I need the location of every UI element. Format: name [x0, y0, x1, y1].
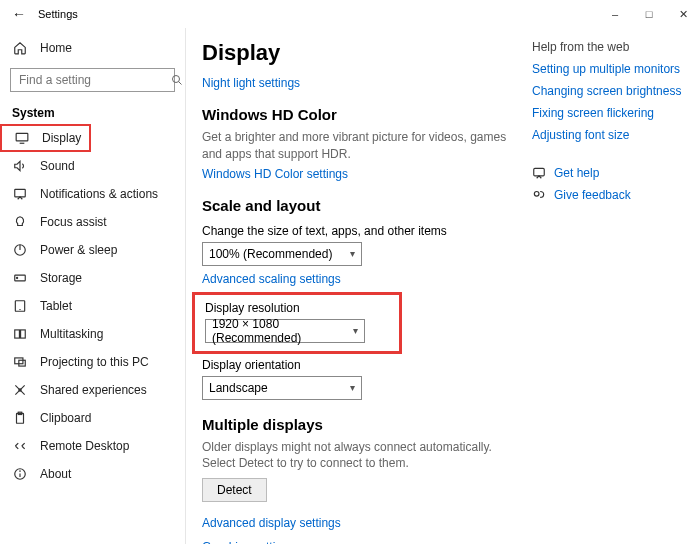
help-heading: Help from the web — [532, 40, 686, 54]
svg-point-23 — [20, 471, 21, 472]
sidebar-item-power-sleep[interactable]: Power & sleep — [0, 236, 185, 264]
get-help-icon — [532, 166, 546, 180]
minimize-button[interactable]: – — [598, 0, 632, 28]
svg-rect-24 — [534, 168, 545, 176]
sidebar-item-tablet[interactable]: Tablet — [0, 292, 185, 320]
resolution-combo[interactable]: 1920 × 1080 (Recommended) ▾ — [205, 319, 365, 343]
resolution-value: 1920 × 1080 (Recommended) — [212, 317, 353, 345]
search-input[interactable] — [10, 68, 175, 92]
feedback-icon — [532, 188, 546, 202]
resolution-highlight: Display resolution 1920 × 1080 (Recommen… — [192, 292, 402, 354]
help-link[interactable]: Changing screen brightness — [532, 84, 686, 98]
sidebar-item-label: Focus assist — [40, 215, 107, 229]
sidebar-item-storage[interactable]: Storage — [0, 264, 185, 292]
multiple-displays-desc: Older displays might not always connect … — [202, 439, 522, 473]
advanced-scaling-link[interactable]: Advanced scaling settings — [202, 272, 341, 286]
close-button[interactable]: ✕ — [666, 0, 700, 28]
search-icon — [171, 74, 183, 86]
help-link[interactable]: Fixing screen flickering — [532, 106, 686, 120]
orientation-label: Display orientation — [202, 358, 522, 372]
sound-icon — [12, 159, 28, 173]
sidebar-item-label: Projecting to this PC — [40, 355, 149, 369]
sidebar-item-display[interactable]: Display — [0, 124, 91, 152]
maximize-button[interactable]: □ — [632, 0, 666, 28]
remote-desktop-icon — [12, 439, 28, 453]
sidebar-item-label: Clipboard — [40, 411, 91, 425]
sidebar-item-label: About — [40, 467, 71, 481]
sidebar-item-label: Shared experiences — [40, 383, 147, 397]
clipboard-icon — [12, 411, 28, 425]
search-field[interactable] — [17, 72, 171, 88]
svg-point-9 — [17, 277, 18, 278]
sidebar-item-notifications[interactable]: Notifications & actions — [0, 180, 185, 208]
titlebar: ← Settings – □ ✕ — [0, 0, 700, 28]
home-icon — [12, 41, 28, 55]
svg-rect-2 — [16, 133, 28, 141]
display-icon — [14, 131, 30, 145]
text-size-value: 100% (Recommended) — [209, 247, 332, 261]
sidebar-item-home[interactable]: Home — [0, 34, 185, 62]
sidebar-item-label: Display — [42, 131, 81, 145]
svg-point-25 — [534, 192, 539, 197]
chevron-down-icon: ▾ — [353, 325, 358, 336]
projecting-icon — [12, 355, 28, 369]
sidebar-item-label: Sound — [40, 159, 75, 173]
sidebar-item-focus-assist[interactable]: Focus assist — [0, 208, 185, 236]
detect-button[interactable]: Detect — [202, 478, 267, 502]
tablet-icon — [12, 299, 28, 313]
graphics-settings-link[interactable]: Graphics settings — [202, 540, 295, 544]
sidebar-item-remote-desktop[interactable]: Remote Desktop — [0, 432, 185, 460]
sidebar-item-label: Home — [40, 41, 72, 55]
window-controls: – □ ✕ — [598, 0, 700, 28]
sidebar-item-sound[interactable]: Sound — [0, 152, 185, 180]
svg-rect-13 — [21, 330, 26, 338]
aside: Help from the web Setting up multiple mo… — [522, 36, 686, 544]
sidebar: Home System Display Sound Notifications … — [0, 28, 186, 544]
sidebar-item-shared-experiences[interactable]: Shared experiences — [0, 376, 185, 404]
svg-line-1 — [179, 82, 182, 85]
sidebar-item-projecting[interactable]: Projecting to this PC — [0, 348, 185, 376]
window-title: Settings — [38, 8, 78, 20]
advanced-display-link[interactable]: Advanced display settings — [202, 516, 341, 530]
sidebar-item-label: Tablet — [40, 299, 72, 313]
give-feedback-link[interactable]: Give feedback — [554, 188, 631, 202]
svg-marker-4 — [15, 161, 20, 170]
content: Display Night light settings Windows HD … — [202, 36, 522, 544]
orientation-value: Landscape — [209, 381, 268, 395]
notifications-icon — [12, 187, 28, 201]
hd-color-heading: Windows HD Color — [202, 106, 522, 123]
sidebar-item-multitasking[interactable]: Multitasking — [0, 320, 185, 348]
about-icon — [12, 467, 28, 481]
hd-color-link[interactable]: Windows HD Color settings — [202, 167, 348, 181]
power-icon — [12, 243, 28, 257]
shared-icon — [12, 383, 28, 397]
sidebar-item-label: Power & sleep — [40, 243, 117, 257]
sidebar-item-about[interactable]: About — [0, 460, 185, 488]
page-title: Display — [202, 40, 522, 66]
night-light-link[interactable]: Night light settings — [202, 76, 300, 90]
sidebar-item-label: Remote Desktop — [40, 439, 129, 453]
back-icon[interactable]: ← — [12, 6, 32, 22]
help-link[interactable]: Setting up multiple monitors — [532, 62, 686, 76]
multiple-displays-heading: Multiple displays — [202, 416, 522, 433]
svg-point-0 — [173, 76, 180, 83]
chevron-down-icon: ▾ — [350, 382, 355, 393]
svg-rect-5 — [15, 189, 26, 197]
text-size-combo[interactable]: 100% (Recommended) ▾ — [202, 242, 362, 266]
help-link[interactable]: Adjusting font size — [532, 128, 686, 142]
svg-rect-12 — [15, 330, 20, 338]
sidebar-item-label: Notifications & actions — [40, 187, 158, 201]
scale-heading: Scale and layout — [202, 197, 522, 214]
storage-icon — [12, 271, 28, 285]
sidebar-item-clipboard[interactable]: Clipboard — [0, 404, 185, 432]
orientation-combo[interactable]: Landscape ▾ — [202, 376, 362, 400]
multitasking-icon — [12, 327, 28, 341]
text-size-label: Change the size of text, apps, and other… — [202, 224, 522, 238]
get-help-link[interactable]: Get help — [554, 166, 599, 180]
focus-assist-icon — [12, 215, 28, 229]
sidebar-section-label: System — [0, 100, 185, 124]
resolution-label: Display resolution — [205, 301, 389, 315]
hd-color-desc: Get a brighter and more vibrant picture … — [202, 129, 522, 163]
sidebar-item-label: Multitasking — [40, 327, 103, 341]
chevron-down-icon: ▾ — [350, 248, 355, 259]
